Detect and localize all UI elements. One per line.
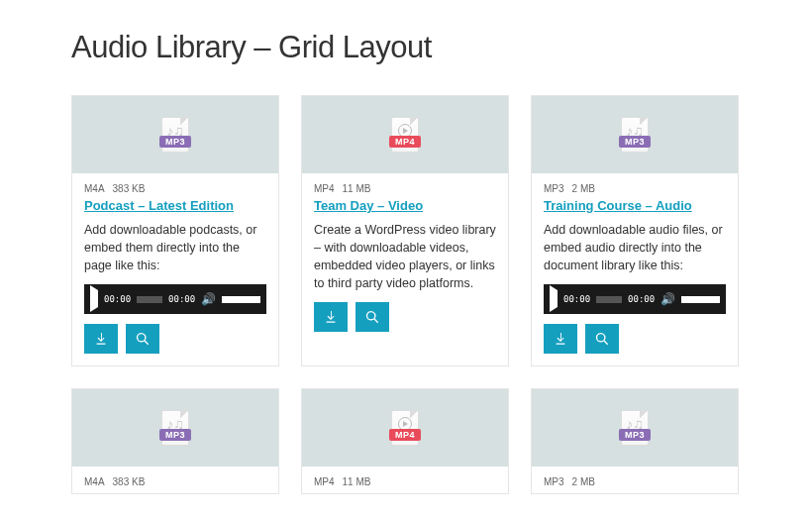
file-icon: ♪♫ MP3 xyxy=(621,117,649,153)
volume-bar[interactable] xyxy=(681,296,720,303)
search-icon xyxy=(136,332,150,346)
file-size: 11 MB xyxy=(343,183,371,194)
card-thumbnail: MP4 xyxy=(302,389,508,467)
card-thumbnail: ♪♫ MP3 xyxy=(532,96,738,173)
file-icon: ♪♫ MP3 xyxy=(161,117,189,153)
card-meta: M4A383 KB xyxy=(84,476,266,487)
player-progress-bar[interactable] xyxy=(596,296,622,303)
audio-player[interactable]: 00:00 00:00 🔊 xyxy=(544,284,726,314)
file-type-badge: MP3 xyxy=(619,136,651,148)
preview-button[interactable] xyxy=(126,324,159,354)
file-type-badge: MP4 xyxy=(389,136,421,148)
download-button[interactable] xyxy=(84,324,118,354)
audio-player[interactable]: 00:00 00:00 🔊 xyxy=(84,284,266,314)
player-time-current: 00:00 xyxy=(563,294,590,304)
preview-button[interactable] xyxy=(355,302,389,332)
card-actions xyxy=(544,324,726,354)
file-format: M4A xyxy=(84,183,105,194)
library-grid: ♪♫ MP3 M4A383 KB Podcast – Latest Editio… xyxy=(71,95,741,366)
play-icon[interactable] xyxy=(90,290,98,308)
speaker-icon[interactable]: 🔊 xyxy=(201,292,216,306)
card-meta: MP32 MB xyxy=(544,183,726,194)
card-description: Add downloadable audio files, or embed a… xyxy=(544,221,726,274)
library-card: ♪♫ MP3 MP32 MB xyxy=(531,388,739,494)
file-icon: MP4 xyxy=(391,410,419,446)
download-icon xyxy=(94,332,108,346)
file-format: M4A xyxy=(84,476,105,487)
file-format: MP3 xyxy=(544,183,564,194)
card-actions xyxy=(314,302,496,332)
card-title-link[interactable]: Podcast – Latest Edition xyxy=(84,198,266,215)
page-title: Audio Library – Grid Layout xyxy=(71,30,741,65)
player-progress-bar[interactable] xyxy=(137,296,162,303)
file-size: 11 MB xyxy=(343,476,371,487)
file-format: MP4 xyxy=(314,183,335,194)
file-icon: ♪♫ MP3 xyxy=(621,410,649,446)
library-card: MP4 MP411 MB xyxy=(301,388,509,494)
download-button[interactable] xyxy=(314,302,348,332)
card-actions xyxy=(84,324,266,354)
card-title-link[interactable]: Training Course – Audio xyxy=(544,198,726,215)
download-icon xyxy=(324,310,338,324)
file-icon: MP4 xyxy=(391,117,419,153)
card-meta: MP411 MB xyxy=(314,476,496,487)
player-time-current: 00:00 xyxy=(104,294,131,304)
file-icon: ♪♫ MP3 xyxy=(161,410,189,446)
search-icon xyxy=(365,310,379,324)
play-icon[interactable] xyxy=(550,290,558,308)
library-card: MP4 MP411 MB Team Day – Video Create a W… xyxy=(301,95,509,366)
file-format: MP4 xyxy=(314,476,335,487)
speaker-icon[interactable]: 🔊 xyxy=(660,292,675,306)
file-type-badge: MP3 xyxy=(159,136,191,148)
card-meta: MP32 MB xyxy=(544,476,726,487)
download-icon xyxy=(554,332,567,346)
file-size: 2 MB xyxy=(572,183,595,194)
file-format: MP3 xyxy=(544,476,564,487)
card-meta: MP411 MB xyxy=(314,183,496,194)
player-time-total: 00:00 xyxy=(168,294,195,304)
library-card: ♪♫ MP3 MP32 MB Training Course – Audio A… xyxy=(531,95,739,366)
file-type-badge: MP4 xyxy=(389,429,421,441)
file-type-badge: MP3 xyxy=(159,429,191,441)
library-grid-row: ♪♫ MP3 M4A383 KB MP4 MP411 MB xyxy=(71,388,741,494)
card-description: Create a WordPress video library – with … xyxy=(314,221,496,293)
volume-bar[interactable] xyxy=(222,296,260,303)
card-title-link[interactable]: Team Day – Video xyxy=(314,198,496,215)
card-thumbnail: MP4 xyxy=(302,96,508,173)
file-size: 383 KB xyxy=(113,476,146,487)
card-thumbnail: ♪♫ MP3 xyxy=(72,96,278,173)
search-icon xyxy=(595,332,609,346)
card-thumbnail: ♪♫ MP3 xyxy=(72,389,278,467)
file-type-badge: MP3 xyxy=(619,429,651,441)
download-button[interactable] xyxy=(544,324,577,354)
library-card: ♪♫ MP3 M4A383 KB Podcast – Latest Editio… xyxy=(71,95,279,366)
card-thumbnail: ♪♫ MP3 xyxy=(532,389,738,467)
library-card: ♪♫ MP3 M4A383 KB xyxy=(71,388,279,494)
player-time-total: 00:00 xyxy=(628,294,655,304)
file-size: 383 KB xyxy=(113,183,146,194)
file-size: 2 MB xyxy=(572,476,595,487)
preview-button[interactable] xyxy=(585,324,619,354)
card-description: Add downloadable podcasts, or embed them… xyxy=(84,221,266,274)
card-meta: M4A383 KB xyxy=(84,183,266,194)
